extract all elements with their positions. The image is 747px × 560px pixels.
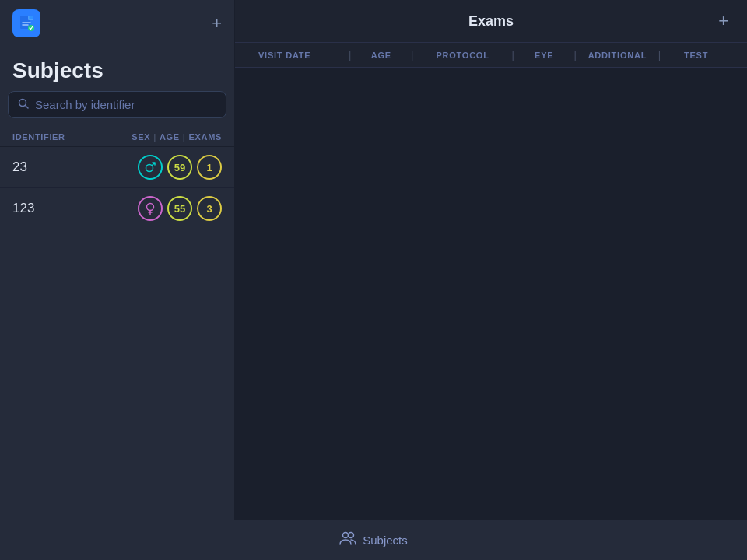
col-header-eye: EYE xyxy=(514,51,574,60)
nav-subjects-icon xyxy=(339,531,356,549)
subject-id: 23 xyxy=(12,159,138,175)
nav-subjects-label: Subjects xyxy=(363,534,408,547)
search-box[interactable] xyxy=(8,91,226,118)
sidebar: + Subjects IDENTIFIER SEX | AGE | xyxy=(0,0,235,520)
col-header-additional: ADDITIONAL xyxy=(577,51,658,60)
main-content: Exams + VISIT DATE | AGE | PROTOCOL | EY… xyxy=(235,0,747,520)
subject-sex-badge xyxy=(138,196,163,221)
bottom-nav[interactable]: Subjects xyxy=(0,520,747,560)
subject-sex-badge xyxy=(138,155,163,180)
col-header-exam-age: AGE xyxy=(352,51,412,60)
col-sep-1: | xyxy=(153,132,156,142)
svg-point-7 xyxy=(343,533,349,538)
col-header-visit-date: VISIT DATE xyxy=(251,51,349,60)
svg-rect-2 xyxy=(29,16,33,19)
main-add-button[interactable]: + xyxy=(718,11,728,31)
subject-badges: 55 3 xyxy=(138,196,222,221)
exams-body xyxy=(235,68,747,520)
col-header-test: TEST xyxy=(661,51,731,60)
col-header-exams: EXAMS xyxy=(189,132,222,142)
sidebar-header: + xyxy=(0,0,234,47)
subjects-list: 23 59 1 123 55 3 xyxy=(0,147,234,229)
subject-exams-badge: 3 xyxy=(197,196,222,221)
search-icon xyxy=(18,98,29,111)
svg-point-6 xyxy=(147,204,154,211)
main-title: Exams xyxy=(468,13,514,30)
main-header: Exams + xyxy=(235,0,747,43)
col-sep-2: | xyxy=(183,132,186,142)
col-header-sex: SEX xyxy=(132,132,150,142)
subject-age-badge: 59 xyxy=(167,155,192,180)
col-header-protocol: PROTOCOL xyxy=(413,51,511,60)
subject-row[interactable]: 23 59 1 xyxy=(0,147,234,188)
subject-exams-badge: 1 xyxy=(197,155,222,180)
subjects-column-headers: IDENTIFIER SEX | AGE | EXAMS xyxy=(0,128,234,147)
exams-column-headers: VISIT DATE | AGE | PROTOCOL | EYE | ADDI… xyxy=(235,43,747,68)
subjects-title: Subjects xyxy=(0,47,234,91)
subject-badges: 59 1 xyxy=(138,155,222,180)
col-header-identifier: IDENTIFIER xyxy=(12,132,132,142)
subject-age-badge: 55 xyxy=(167,196,192,221)
search-input[interactable] xyxy=(35,98,216,111)
app-logo xyxy=(12,9,40,37)
search-container xyxy=(0,91,234,128)
subject-row[interactable]: 123 55 3 xyxy=(0,188,234,229)
col-header-age: AGE xyxy=(160,132,180,142)
subject-id: 123 xyxy=(12,201,138,216)
col-header-right: SEX | AGE | EXAMS xyxy=(132,132,222,142)
svg-point-8 xyxy=(349,533,354,538)
sidebar-add-button[interactable]: + xyxy=(212,15,222,32)
